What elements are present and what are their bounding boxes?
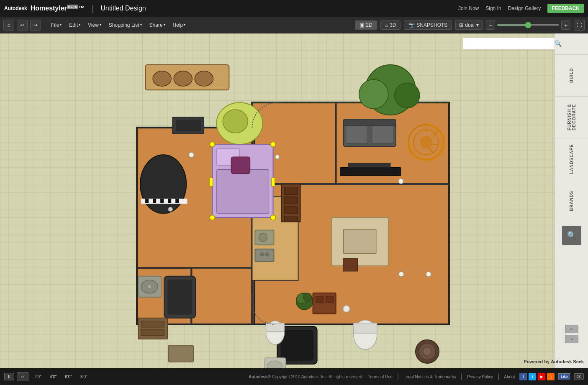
scale-mark-1: 2'0" (34, 375, 41, 379)
menu-help[interactable]: Help▾ (169, 20, 189, 30)
svg-point-62 (265, 253, 269, 256)
svg-point-46 (420, 136, 432, 148)
canvas-area[interactable] (0, 33, 555, 368)
zoom-slider[interactable] (497, 24, 560, 26)
svg-point-65 (303, 293, 312, 301)
svg-point-15 (195, 71, 213, 86)
toolbar-right: ▣ 2D ⌂ 3D 📷 SNAPSHOTS ⊞ dual ▾ − + ⛶ (355, 20, 585, 31)
svg-rect-29 (175, 199, 179, 203)
undo-button[interactable]: ↩ (17, 20, 28, 31)
join-now-link[interactable]: Join Now (458, 5, 479, 11)
scale-mark-3: 6'0" (65, 375, 72, 379)
menu-file[interactable]: File▾ (48, 20, 65, 30)
svg-rect-74 (168, 345, 193, 362)
svg-point-36 (210, 215, 215, 220)
svg-point-96 (399, 272, 404, 277)
svg-rect-26 (153, 199, 156, 203)
design-gallery-link[interactable]: Design Gallery (508, 5, 541, 11)
chevron-down-icon: ▾ (476, 22, 479, 28)
menu-share[interactable]: Share▾ (146, 20, 169, 30)
sign-in-link[interactable]: Sign In (485, 5, 501, 11)
search-icon-button[interactable]: 🔍 (555, 40, 562, 47)
design-title: Untitled Design (100, 5, 146, 12)
magnify-icon: 🔍 (567, 231, 576, 240)
menu-items: File▾ Edit▾ View▾ Shopping List▾ Share▾ … (48, 20, 189, 30)
svg-rect-38 (209, 178, 213, 186)
home-button[interactable]: ⌂ (3, 20, 14, 31)
title-separator: | (92, 4, 94, 13)
svg-point-91 (423, 347, 431, 356)
sidebar-tab-brands[interactable]: BRANDS (555, 180, 588, 222)
toolbar: ⌂ ↩ ↪ File▾ Edit▾ View▾ Shopping List▾ S… (0, 17, 588, 33)
scale-mark-2: 4'0" (50, 375, 57, 379)
fullscreen-button[interactable]: ⛶ (574, 20, 585, 31)
collapse-buttons: « » (565, 325, 578, 343)
scale-mark-4: 8'0" (80, 375, 87, 379)
camera-icon: 📷 (408, 22, 415, 28)
dual-select[interactable]: ⊞ dual ▾ (455, 20, 483, 30)
svg-rect-73 (167, 280, 192, 315)
svg-rect-27 (160, 199, 164, 203)
svg-rect-51 (340, 167, 401, 176)
terms-link[interactable]: Terms of Use (368, 375, 393, 379)
sidebar-tab-build[interactable]: BUILD (555, 54, 588, 96)
menu-view[interactable]: View▾ (85, 20, 105, 30)
svg-rect-42 (372, 123, 394, 143)
sidebar-tab-landscape[interactable]: LANDSCAPE (555, 138, 588, 180)
privacy-link[interactable]: Privacy Policy (467, 375, 493, 379)
svg-point-37 (270, 215, 275, 220)
zoom-out-button[interactable]: − (486, 20, 495, 30)
snapshots-button[interactable]: 📷 SNAPSHOTS (404, 20, 452, 30)
menu-edit[interactable]: Edit▾ (66, 20, 84, 30)
home-icon: ⌂ (7, 22, 10, 28)
menu-shopping-list[interactable]: Shopping List▾ (105, 20, 145, 30)
toolbar-left: ⌂ ↩ ↪ File▾ Edit▾ View▾ Shopping List▾ S… (3, 20, 189, 31)
facebook-icon[interactable]: f (519, 373, 527, 380)
sidebar-tab-furnish[interactable]: FURNISH & DECORATE (555, 96, 588, 138)
svg-rect-39 (271, 178, 275, 186)
svg-rect-54 (285, 187, 298, 194)
topbar: Autodesk HomestylerBETA™ | Untitled Desi… (0, 0, 588, 17)
scale-markers: 2'0" 4'0" 6'0" 8'0" (34, 375, 95, 379)
youtube-icon[interactable]: ▶ (538, 373, 545, 380)
fullscreen-icon: ⛶ (577, 22, 582, 28)
twitter-icon[interactable]: t (529, 373, 536, 380)
search-tab-button[interactable]: 🔍 (562, 226, 581, 245)
collapse-up-button[interactable]: « (565, 325, 578, 333)
measure-button[interactable]: ↔ (17, 372, 28, 381)
svg-point-77 (148, 285, 151, 288)
powered-by: Powered by Autodesk Seek (524, 359, 584, 364)
bottombar-left: ft ↔ 2'0" 4'0" 6'0" 8'0" (4, 372, 96, 381)
search-input[interactable] (463, 38, 555, 49)
unit-button[interactable]: ft (4, 373, 14, 380)
view-3d-button[interactable]: ⌂ 3D (380, 20, 401, 30)
feedback-button[interactable]: FEEDBACK (547, 4, 584, 13)
zoom-in-button[interactable]: + (561, 20, 570, 30)
collapse-down-button[interactable]: » (565, 335, 578, 343)
svg-point-34 (210, 142, 215, 147)
measure-icon: ↔ (20, 374, 25, 380)
footer-separator-2: | (461, 373, 462, 380)
svg-rect-57 (285, 216, 298, 222)
rss-icon[interactable]: ) (547, 373, 555, 380)
svg-point-17 (359, 79, 388, 109)
svg-rect-41 (346, 123, 368, 143)
footer-separator-1: | (397, 373, 399, 380)
like-button[interactable]: Like (558, 373, 571, 380)
legal-link[interactable]: Legal Notices & Trademarks (403, 375, 456, 379)
svg-rect-68 (326, 296, 334, 303)
svg-rect-86 (266, 323, 284, 331)
footer-separator-3: | (498, 373, 499, 380)
svg-rect-84 (281, 330, 314, 361)
svg-rect-32 (216, 169, 269, 213)
svg-rect-33 (231, 157, 250, 173)
view-2d-button[interactable]: ▣ 2D (355, 20, 377, 30)
svg-point-14 (174, 71, 192, 86)
bottombar-right: Autodesk® Copyright 2010 Autodesk, Inc. … (249, 373, 584, 380)
sidebar: 🔍 BUILD FURNISH & DECORATE LANDSCAPE BRA… (555, 33, 588, 368)
svg-rect-82 (354, 323, 377, 333)
twok-button[interactable]: 2K (574, 373, 584, 380)
svg-rect-60 (255, 249, 274, 262)
about-link[interactable]: About (504, 375, 515, 379)
redo-button[interactable]: ↪ (30, 20, 41, 31)
